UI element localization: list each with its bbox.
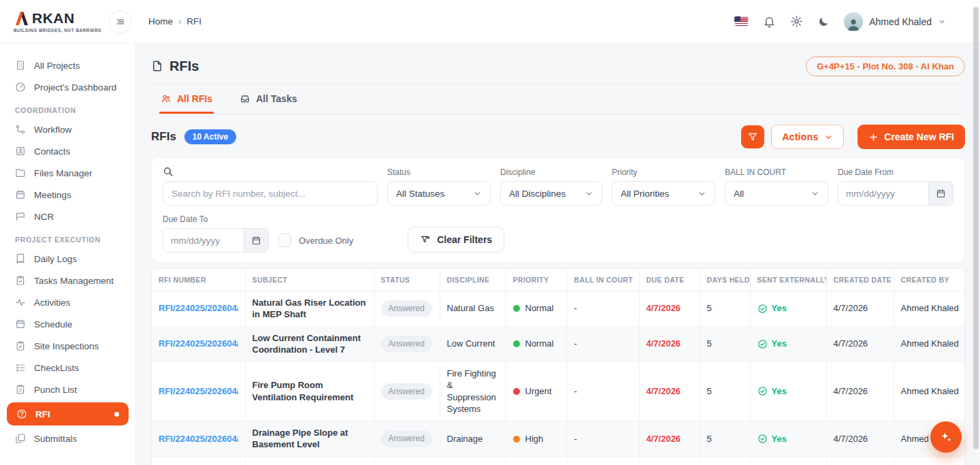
rfi-number-link[interactable]: RFI/224025/202604/... — [159, 338, 238, 350]
sidebar-item-label: RFI — [35, 409, 50, 419]
list-checks-icon — [15, 362, 26, 373]
sidebar-item-projects-dashboard[interactable]: Project's Dashboard — [0, 76, 135, 98]
created-by-cell: Ahmed Khaled — [894, 326, 965, 362]
project-badge[interactable]: G+4P+15 - Plot No. 308 - Al Khan — [806, 57, 965, 76]
user-menu[interactable]: Ahmed Khaled — [844, 12, 946, 31]
sent-externally-value: Yes — [772, 338, 787, 350]
column-header-created-date: CREATED DATE — [826, 269, 894, 291]
table-row: RFI/224025/202604/...Fire Pump Room Vent… — [152, 362, 965, 421]
sidebar-item-label: Workflow — [34, 125, 71, 135]
priority-cell: Urgent — [506, 362, 567, 421]
sidebar-item-activities[interactable]: Activities — [0, 291, 135, 313]
created-by-cell: Ahmed Khaled — [894, 456, 965, 465]
calendar-icon[interactable] — [928, 182, 953, 205]
created-date-cell: 4/7/2026 — [826, 326, 894, 362]
sidebar-item-tasks-management[interactable]: Tasks Management — [0, 270, 135, 291]
breadcrumb-home-link[interactable]: Home — [148, 16, 173, 27]
sidebar-item-site-inspections[interactable]: Site Inspections — [0, 335, 135, 357]
chevron-down-icon — [585, 189, 593, 198]
days-held-cell: 5 — [700, 421, 750, 456]
sidebar-item-label: Tasks Management — [34, 276, 114, 286]
ball-in-court-cell: - — [567, 291, 639, 326]
rfi-document-icon — [151, 60, 163, 72]
sidebar-item-label: Schedule — [34, 319, 72, 330]
ball-in-court-cell: - — [567, 456, 639, 465]
settings-gear-icon[interactable] — [790, 15, 803, 28]
notifications-bell-icon[interactable] — [763, 15, 776, 28]
table-header-row: RFI NUMBER SUBJECT STATUS DISCIPLINE PRI… — [152, 269, 965, 291]
rfi-subject-cell: Natural Gas Riser Location in MEP Shaft — [245, 291, 374, 326]
created-date-cell: 4/7/2026 — [826, 362, 894, 421]
contact-card-icon — [15, 146, 26, 157]
overdue-only-checkbox[interactable] — [278, 234, 291, 247]
check-circle-icon — [757, 339, 768, 349]
sidebar-item-meetings[interactable]: Meetings — [0, 184, 135, 206]
created-date-cell: 4/7/2026 — [826, 291, 894, 326]
rfi-subject-cell: Fire Pump Room Ventilation Requirement — [245, 362, 374, 421]
create-new-rfi-button[interactable]: Create New RFI — [858, 125, 965, 149]
sidebar-item-workflow[interactable]: Workflow — [0, 118, 135, 140]
sidebar-item-checklists[interactable]: CheckLists — [0, 357, 135, 379]
sidebar-item-ncr[interactable]: NCR — [0, 206, 135, 227]
breadcrumb-separator: › — [178, 16, 181, 27]
chevron-down-icon — [824, 133, 833, 142]
ball-in-court-filter-select[interactable]: All — [725, 181, 828, 206]
rfi-subject-cell: Water Supply Pipe Material Discrepancy — [245, 456, 374, 465]
clear-filters-button[interactable]: Clear Filters — [408, 227, 504, 253]
vertical-scrollbar[interactable] — [973, 7, 979, 449]
rfi-subject-cell: Drainage Pipe Slope at Basement Level — [245, 421, 374, 456]
status-cell: Answered — [374, 456, 440, 465]
table-row: RFI/224025/202604/...Low Current Contain… — [152, 326, 965, 362]
sidebar-item-submittals[interactable]: Submittals — [0, 428, 135, 449]
dark-mode-moon-icon[interactable] — [817, 16, 830, 28]
topbar: RKAN BUILDING BRIDGES, NOT BARRIERS Home… — [0, 0, 980, 44]
days-held-cell: 5 — [700, 362, 750, 421]
due-date-to-input[interactable] — [163, 229, 244, 252]
table-row: RFI/224025/202604/...Drainage Pipe Slope… — [152, 421, 965, 456]
due-date-cell: 4/7/2026 — [639, 456, 700, 465]
sidebar-section-coordination: COORDINATION — [0, 98, 135, 118]
sidebar-item-files-manager[interactable]: Files Manager — [0, 162, 135, 184]
check-circle-icon — [757, 386, 768, 396]
sidebar-item-punch-list[interactable]: Punch List — [0, 379, 135, 400]
filter-toggle-button[interactable] — [741, 125, 764, 148]
sidebar-item-daily-logs[interactable]: Daily Logs — [0, 248, 135, 270]
rfi-subject-cell: Low Current Containment Coordination - L… — [245, 326, 374, 362]
sidebar-item-label: Punch List — [34, 385, 77, 395]
search-input[interactable] — [163, 181, 378, 206]
sidebar-item-all-projects[interactable]: All Projects — [0, 54, 135, 76]
tab-all-tasks[interactable]: All Tasks — [238, 84, 298, 114]
sidebar-item-contacts[interactable]: Contacts — [0, 140, 135, 162]
priority-label: Normal — [525, 303, 554, 313]
created-by-cell: Ahmed Khaled — [894, 362, 965, 421]
tab-label: All Tasks — [256, 93, 297, 104]
ncr-flag-icon — [15, 211, 26, 222]
dashboard-gauge-icon — [15, 82, 26, 93]
rfi-number-link[interactable]: RFI/224025/202604/... — [159, 302, 238, 315]
language-flag-icon[interactable] — [734, 16, 749, 27]
discipline-filter-select[interactable]: All Disciplines — [500, 181, 602, 206]
priority-filter-select[interactable]: All Priorities — [612, 181, 715, 206]
due-date-to-label: Due Date To — [163, 214, 269, 224]
inbox-icon — [240, 93, 250, 104]
sidebar-item-label: Activities — [34, 298, 70, 308]
rfi-number-link[interactable]: RFI/224025/202604/... — [159, 433, 238, 445]
status-filter-select[interactable]: All Statuses — [387, 181, 491, 206]
sidebar-item-schedule[interactable]: Schedule — [0, 313, 135, 335]
days-held-cell: 5 — [700, 456, 750, 465]
sidebar-item-rfi[interactable]: RFI — [7, 402, 129, 426]
rfi-number-link[interactable]: RFI/224025/202604/... — [159, 385, 238, 398]
ball-in-court-cell: - — [567, 421, 639, 456]
sent-externally-cell: Yes — [750, 291, 826, 326]
calendar-icon[interactable] — [244, 229, 268, 252]
due-date-from-input[interactable] — [838, 182, 928, 205]
tab-all-rfis[interactable]: All RFIs — [159, 84, 214, 114]
actions-button[interactable]: Actions — [771, 125, 844, 149]
sidebar-collapse-button[interactable] — [109, 10, 132, 33]
due-date-cell: 4/7/2026 — [639, 421, 700, 456]
status-badge: Answered — [381, 383, 432, 400]
column-header-ball-in-court: BALL IN COURT — [567, 269, 639, 291]
overdue-only-label: Overdue Only — [299, 236, 353, 246]
ai-assistant-fab[interactable] — [930, 421, 962, 453]
active-indicator-dot — [114, 412, 119, 417]
